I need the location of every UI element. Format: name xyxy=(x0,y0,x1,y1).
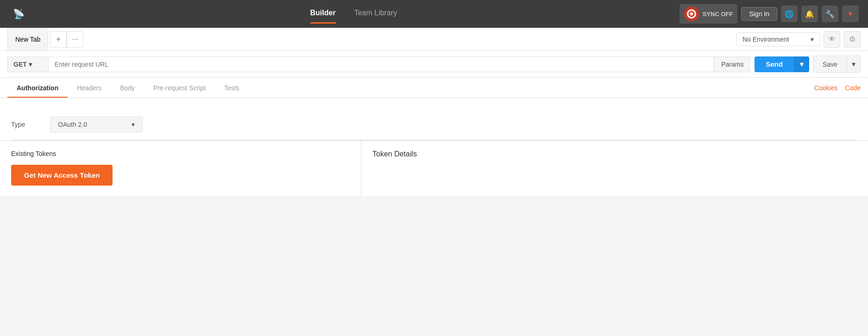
sync-icon xyxy=(684,6,699,21)
tab-builder[interactable]: Builder xyxy=(310,9,336,19)
environment-select[interactable]: No Environment ▾ xyxy=(736,32,820,46)
add-tab-button[interactable]: + xyxy=(50,31,67,48)
send-button[interactable]: Send ▾ xyxy=(755,56,809,72)
save-button[interactable]: Save xyxy=(813,56,847,72)
top-nav: 📡 Builder Team Library SYNC OFF Sign In … xyxy=(0,0,868,28)
nav-right: SYNC OFF Sign In 🌐 🔔 🔧 ♥ xyxy=(679,4,859,24)
tab-tests[interactable]: Tests xyxy=(215,78,249,98)
tab-body[interactable]: Body xyxy=(111,78,144,98)
type-value: OAuth 2.0 xyxy=(58,121,87,128)
nav-tabs: Builder Team Library xyxy=(28,9,679,19)
tab-name: New Tab xyxy=(15,36,40,43)
url-input[interactable] xyxy=(49,56,713,72)
method-select[interactable]: GET ▾ xyxy=(7,56,49,72)
bell-button[interactable]: 🔔 xyxy=(801,6,818,22)
tokens-panel: Existing Tokens Get New Access Token xyxy=(0,141,361,196)
tab-headers[interactable]: Headers xyxy=(68,78,111,98)
wrench-button[interactable]: 🔧 xyxy=(822,6,838,22)
heart-button[interactable]: ♥ xyxy=(842,6,859,22)
tab-authorization-label: Authorization xyxy=(17,84,58,92)
new-tab[interactable]: New Tab xyxy=(7,28,48,50)
sync-status: SYNC OFF xyxy=(703,11,733,18)
inner-tabs-right: Cookies Code xyxy=(814,84,861,92)
tab-prerequest-label: Pre-request Script xyxy=(153,84,206,92)
sign-in-button[interactable]: Sign In xyxy=(741,7,777,21)
params-button[interactable]: Params xyxy=(713,56,751,72)
env-label: No Environment xyxy=(742,36,789,43)
env-gear-button[interactable]: ⚙ xyxy=(844,31,861,48)
code-link[interactable]: Code xyxy=(845,84,861,92)
tab-prerequest[interactable]: Pre-request Script xyxy=(144,78,215,98)
send-label: Send xyxy=(755,56,794,72)
type-row: Type OAuth 2.0 ▾ xyxy=(11,109,857,140)
send-chevron-icon[interactable]: ▾ xyxy=(794,56,809,72)
tab-tests-label: Tests xyxy=(224,84,239,92)
type-chevron-icon: ▾ xyxy=(132,121,135,128)
content-area: Type OAuth 2.0 ▾ xyxy=(0,98,868,140)
globe-button[interactable]: 🌐 xyxy=(781,6,798,22)
environment-section: No Environment ▾ 👁 ⚙ xyxy=(736,31,861,48)
inner-tabs: Authorization Headers Body Pre-request S… xyxy=(0,78,868,98)
env-chevron-icon: ▾ xyxy=(811,36,814,43)
existing-tokens-label: Existing Tokens xyxy=(11,150,350,157)
tab-body-label: Body xyxy=(120,84,135,92)
token-details-label: Token Details xyxy=(372,150,417,158)
tab-authorization[interactable]: Authorization xyxy=(7,78,68,98)
get-token-button[interactable]: Get New Access Token xyxy=(11,165,113,186)
type-label: Type xyxy=(11,121,39,128)
type-select[interactable]: OAuth 2.0 ▾ xyxy=(50,117,143,132)
method-label: GET xyxy=(13,61,27,68)
bottom-section: Existing Tokens Get New Access Token Tok… xyxy=(0,140,868,196)
tab-bar: New Tab + ··· No Environment ▾ 👁 ⚙ xyxy=(0,28,868,51)
request-bar: GET ▾ Params Send ▾ Save ▾ xyxy=(0,51,868,78)
env-eye-button[interactable]: 👁 xyxy=(824,31,840,48)
tab-team-library[interactable]: Team Library xyxy=(354,9,397,19)
sync-button[interactable]: SYNC OFF xyxy=(679,4,738,24)
tab-headers-label: Headers xyxy=(77,84,101,92)
cookies-link[interactable]: Cookies xyxy=(814,84,838,92)
wifi-icon[interactable]: 📡 xyxy=(13,8,25,19)
method-chevron-icon: ▾ xyxy=(29,61,32,68)
details-panel: Token Details xyxy=(361,141,868,196)
more-tabs-button[interactable]: ··· xyxy=(67,31,83,48)
save-chevron-icon[interactable]: ▾ xyxy=(847,56,860,72)
